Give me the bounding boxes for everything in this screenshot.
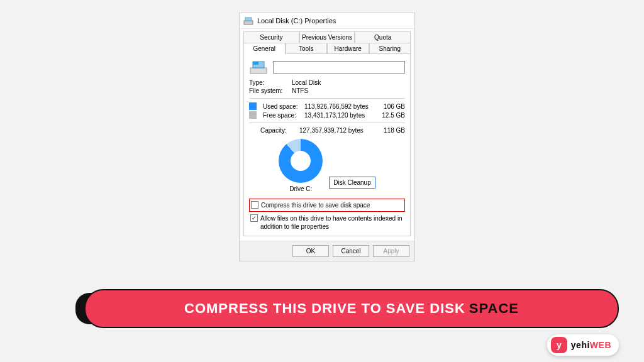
used-space-bytes: 113,926,766,592 bytes — [304, 103, 379, 110]
capacity-gb: 118 GB — [379, 127, 405, 134]
compress-checkbox[interactable] — [251, 201, 258, 209]
used-space-gb: 106 GB — [379, 103, 405, 110]
ok-button[interactable]: OK — [292, 245, 329, 257]
free-space-gb: 12.5 GB — [379, 112, 405, 119]
used-space-swatch — [249, 102, 257, 110]
brand-logo: y yehiWEB — [547, 334, 619, 356]
compress-label: Compress this drive to save disk space — [261, 201, 370, 209]
brand-part2: WEB — [590, 340, 611, 350]
svg-rect-1 — [245, 18, 252, 21]
cancel-button[interactable]: Cancel — [333, 245, 369, 257]
svg-rect-2 — [250, 68, 267, 74]
tab-panel-general: Type:Local Disk File system:NTFS Used sp… — [243, 53, 411, 236]
indexing-checkbox[interactable] — [250, 214, 258, 222]
disk-cleanup-button[interactable]: Disk Cleanup — [329, 177, 375, 189]
brand-part1: yehi — [571, 340, 590, 350]
apply-button[interactable]: Apply — [373, 245, 409, 257]
drive-caption: Drive C: — [289, 185, 312, 192]
tab-hardware[interactable]: Hardware — [327, 43, 369, 54]
tab-sharing[interactable]: Sharing — [369, 43, 411, 54]
used-space-label: Used space: — [263, 103, 302, 110]
tabs-top-row: Security Previous Versions Quota — [240, 29, 414, 43]
window-title: Local Disk (C:) Properties — [257, 17, 336, 25]
tab-tools[interactable]: Tools — [286, 43, 328, 54]
properties-dialog: Local Disk (C:) Properties Security Prev… — [239, 13, 415, 261]
indexing-label: Allow files on this drive to have conten… — [260, 214, 404, 231]
free-space-swatch — [249, 111, 257, 119]
brand-badge-icon: y — [551, 337, 567, 353]
tab-general[interactable]: General — [243, 43, 286, 54]
type-label: Type: — [249, 79, 292, 86]
svg-rect-0 — [244, 21, 253, 25]
banner-text: COMPRESS THIS DRIVE TO SAVE DISK — [184, 300, 465, 317]
capacity-bytes: 127,357,939,712 bytes — [299, 127, 379, 134]
tab-previous-versions[interactable]: Previous Versions — [299, 31, 355, 43]
free-space-label: Free space: — [263, 112, 302, 119]
usage-pie-chart — [279, 139, 323, 183]
caption-banner: COMPRESS THIS DRIVE TO SAVE DISK SPACE — [75, 289, 619, 328]
filesystem-value: NTFS — [292, 87, 308, 94]
capacity-label: Capacity: — [260, 127, 299, 134]
tab-security[interactable]: Security — [243, 31, 299, 43]
drive-large-icon — [249, 59, 268, 75]
dialog-button-row: OK Cancel Apply — [240, 241, 414, 261]
filesystem-label: File system: — [249, 87, 292, 94]
highlight-box: Compress this drive to save disk space — [249, 199, 405, 212]
drive-icon — [243, 16, 253, 26]
free-space-bytes: 13,431,173,120 bytes — [304, 112, 379, 119]
drive-label-input[interactable] — [273, 61, 405, 74]
tabs-bottom-row: General Tools Hardware Sharing — [240, 43, 414, 54]
titlebar: Local Disk (C:) Properties — [240, 13, 414, 29]
brand-name: yehiWEB — [571, 340, 611, 350]
type-value: Local Disk — [292, 79, 321, 86]
tab-quota[interactable]: Quota — [355, 31, 411, 43]
divider — [249, 123, 405, 123]
svg-rect-4 — [253, 62, 258, 65]
banner-body: COMPRESS THIS DRIVE TO SAVE DISK SPACE — [84, 289, 619, 328]
banner-accent: SPACE — [469, 300, 519, 317]
divider — [249, 98, 405, 99]
